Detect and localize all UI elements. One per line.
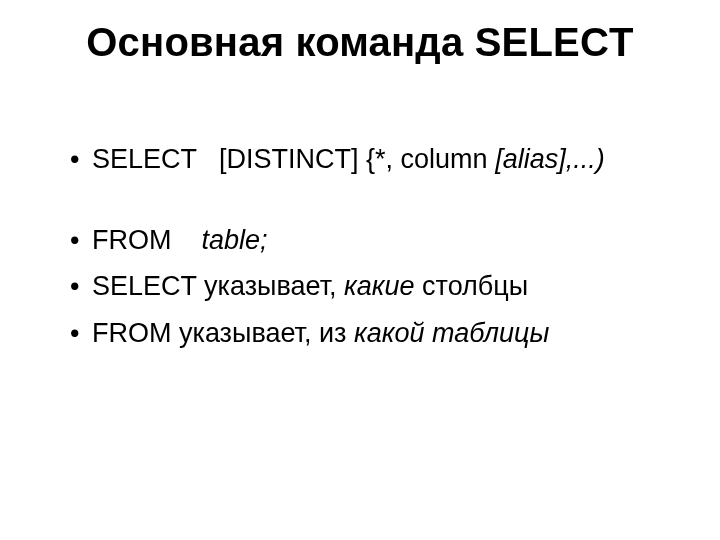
from-table: table; — [201, 225, 267, 255]
bullet-text: SELECT[DISTINCT] {*, column [alias],...) — [92, 139, 605, 180]
b3-prefix: SELECT указывает, — [92, 271, 344, 301]
bullet-text: SELECT указывает, какие столбцы — [92, 266, 528, 307]
bullet-item: • SELECT[DISTINCT] {*, column [alias],..… — [70, 139, 680, 180]
bullet-text: FROM указывает, из какой таблицы — [92, 313, 549, 354]
select-syntax-plain: [DISTINCT] {*, column — [219, 144, 488, 174]
bullet-item: • FROMtable; — [70, 220, 680, 261]
bullet-marker: • — [70, 266, 92, 307]
bullet-item: • FROM указывает, из какой таблицы — [70, 313, 680, 354]
bullet-marker: • — [70, 313, 92, 354]
bullet-item: • SELECT указывает, какие столбцы — [70, 266, 680, 307]
b3-italic: какие — [344, 271, 415, 301]
slide-body: • SELECT[DISTINCT] {*, column [alias],..… — [0, 139, 720, 353]
select-syntax-italic: [alias],...) — [488, 144, 605, 174]
bullet-marker: • — [70, 220, 92, 261]
slide-title: Основная команда SELECT — [0, 20, 720, 65]
kw-select: SELECT — [92, 144, 197, 174]
b3-suffix: столбцы — [415, 271, 529, 301]
b4-prefix: FROM указывает, из — [92, 318, 354, 348]
bullet-text: FROMtable; — [92, 220, 268, 261]
bullet-marker: • — [70, 139, 92, 180]
kw-from: FROM — [92, 225, 171, 255]
b4-italic: какой таблицы — [354, 318, 549, 348]
